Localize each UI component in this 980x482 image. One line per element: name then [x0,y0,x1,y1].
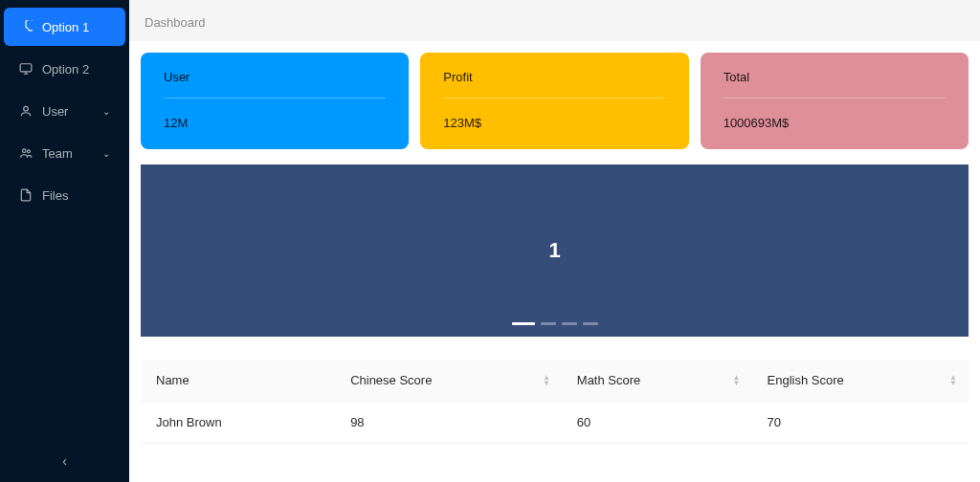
file-icon [19,188,33,202]
cell-chinese: 98 [335,402,562,444]
chevron-down-icon: ⌄ [102,106,110,117]
sidebar-item-option2[interactable]: Option 2 [4,50,125,88]
column-header-name[interactable]: Name [141,360,335,402]
stat-card-value: 123M$ [443,116,665,130]
column-header-english[interactable]: English Score▲▼ [752,360,969,402]
carousel[interactable]: 1 [141,164,969,337]
column-label: English Score [768,373,844,387]
column-label: Chinese Score [350,373,432,387]
sidebar-item-label: User [42,104,68,119]
sidebar: Option 1 Option 2 User ⌄ Team ⌄ [0,0,129,482]
stat-card-profit: Profit 123M$ [420,53,688,149]
sort-icon[interactable]: ▲▼ [543,375,550,386]
chevron-down-icon: ⌄ [102,148,110,159]
cell-name: John Brown [141,402,335,444]
svg-point-2 [23,149,27,153]
pie-chart-icon [19,20,33,33]
user-icon [19,104,33,118]
column-header-chinese[interactable]: Chinese Score▲▼ [335,360,562,402]
stat-card-title: User [164,70,386,99]
column-label: Name [156,373,189,387]
stat-card-value: 1000693M$ [724,116,946,130]
cell-math: 60 [562,402,752,444]
carousel-dot[interactable] [541,322,556,325]
stat-card-total: Total 1000693M$ [701,53,969,149]
sidebar-item-option1[interactable]: Option 1 [4,8,125,46]
stat-cards: User 12M Profit 123M$ Total 1000693M$ [141,53,969,149]
score-table: Name Chinese Score▲▼ Math Score▲▼ Englis… [141,360,969,444]
svg-point-1 [24,106,29,111]
sort-icon[interactable]: ▲▼ [949,375,957,386]
stat-card-title: Total [724,70,946,99]
sidebar-item-label: Team [42,146,73,161]
carousel-slide-number: 1 [548,238,560,263]
column-label: Math Score [577,373,640,387]
stat-card-user: User 12M [141,53,409,149]
sidebar-item-label: Option 2 [42,62,89,77]
sidebar-item-files[interactable]: Files [4,176,125,214]
carousel-dots [512,322,598,325]
svg-point-3 [27,150,30,153]
breadcrumb-item: Dashboard [145,15,206,30]
cell-english: 70 [752,402,969,444]
sidebar-item-label: Files [42,188,68,203]
sidebar-item-user[interactable]: User ⌄ [4,92,125,130]
sort-icon[interactable]: ▲▼ [733,375,741,386]
svg-rect-0 [20,64,32,72]
sidebar-item-team[interactable]: Team ⌄ [4,134,125,172]
stat-card-title: Profit [443,70,665,99]
table-row: John Brown 98 60 70 [141,402,969,444]
chevron-left-icon: ‹ [62,453,67,469]
column-header-math[interactable]: Math Score▲▼ [562,360,752,402]
stat-card-value: 12M [164,116,386,130]
main-content: Dashboard User 12M Profit 123M$ Total 10… [129,0,980,482]
sidebar-menu: Option 1 Option 2 User ⌄ Team ⌄ [0,0,129,440]
content-area: User 12M Profit 123M$ Total 1000693M$ 1 [129,41,980,482]
carousel-dot[interactable] [512,322,535,325]
sidebar-collapse-button[interactable]: ‹ [0,440,129,482]
breadcrumb: Dashboard [129,0,980,41]
sidebar-item-label: Option 1 [42,20,89,34]
carousel-dot[interactable] [583,322,598,325]
carousel-dot[interactable] [562,322,577,325]
team-icon [19,146,33,160]
desktop-icon [19,62,33,76]
